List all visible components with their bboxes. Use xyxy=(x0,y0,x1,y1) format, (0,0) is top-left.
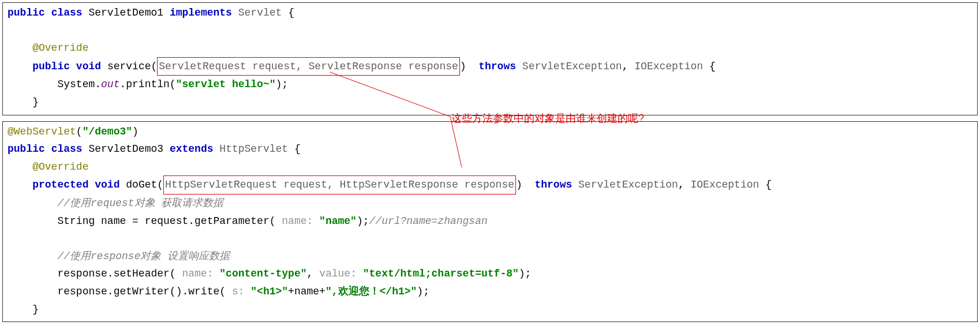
keyword: void xyxy=(76,61,101,72)
method-name: service xyxy=(107,61,151,72)
annotation: @Override xyxy=(32,42,88,54)
keyword: public xyxy=(8,7,45,18)
paren: ( xyxy=(151,61,158,72)
type: ServletException xyxy=(522,61,622,72)
string: "/demo3" xyxy=(83,126,132,137)
code-content-2: @WebServlet("/demo3") public class Servl… xyxy=(8,123,972,319)
keyword: void xyxy=(95,179,119,190)
comment: //使用response对象 设置响应数据 xyxy=(57,251,230,262)
annotation: @WebServlet xyxy=(8,126,76,137)
field: out xyxy=(101,78,119,90)
string: "name" xyxy=(319,215,357,227)
comma: , xyxy=(622,61,635,72)
type: Servlet xyxy=(238,7,282,18)
brace: { xyxy=(759,179,772,190)
comment: //url?name=zhangsan xyxy=(369,215,488,227)
code: +name+ xyxy=(288,286,326,297)
param-hint: value: xyxy=(319,268,363,279)
brace: } xyxy=(32,96,39,108)
code: ); xyxy=(519,268,532,279)
keyword: extends xyxy=(170,143,214,155)
keyword: class xyxy=(51,143,83,155)
type: IOException xyxy=(691,179,760,190)
keyword: implements xyxy=(170,7,232,18)
comment: //使用request对象 获取请求数据 xyxy=(57,197,223,209)
type: HttpServlet xyxy=(219,143,288,155)
code-block-1: public class ServletDemo1 implements Ser… xyxy=(2,2,978,115)
string: "content-type" xyxy=(219,268,306,279)
code: String name = request.getParameter( xyxy=(57,215,275,227)
type: IOException xyxy=(634,61,703,72)
string: "servlet hello~" xyxy=(176,78,276,90)
code-content-1: public class ServletDemo1 implements Ser… xyxy=(8,4,972,111)
method-name: doGet xyxy=(126,179,157,190)
string: "text/html;charset=utf-8" xyxy=(363,268,519,279)
keyword: class xyxy=(51,7,83,18)
params: HttpServletRequest request, HttpServletR… xyxy=(165,179,514,190)
string: ",欢迎您！</h1>" xyxy=(326,286,417,297)
params: ServletRequest request, ServletResponse … xyxy=(159,61,458,72)
param-hint: name: xyxy=(176,268,220,279)
code: , xyxy=(307,268,320,279)
code: System. xyxy=(57,78,101,90)
brace: { xyxy=(288,143,301,155)
paren: ) xyxy=(460,61,466,72)
brace: { xyxy=(703,61,716,72)
keyword: public xyxy=(32,61,70,72)
code: ); xyxy=(417,286,429,297)
code: ); xyxy=(357,215,369,227)
highlighted-params-1: ServletRequest request, ServletResponse … xyxy=(157,57,459,76)
code: ); xyxy=(276,78,289,90)
paren: ( xyxy=(157,179,163,190)
param-hint: s: xyxy=(226,286,250,297)
keyword: throws xyxy=(534,179,572,190)
classname: ServletDemo3 xyxy=(88,143,163,155)
code-block-2: @WebServlet("/demo3") public class Servl… xyxy=(2,121,978,323)
code: response.getWriter().write( xyxy=(57,286,226,297)
param-hint: name: xyxy=(275,215,319,227)
paren: ) xyxy=(132,126,139,137)
keyword: protected xyxy=(32,179,88,190)
code: .println( xyxy=(119,78,175,90)
keyword: throws xyxy=(478,61,516,72)
brace: } xyxy=(32,304,39,315)
highlighted-params-2: HttpServletRequest request, HttpServletR… xyxy=(163,175,516,195)
comma: , xyxy=(678,179,691,190)
string: "<h1>" xyxy=(250,286,288,297)
paren: ( xyxy=(76,126,83,137)
type: ServletException xyxy=(578,179,678,190)
code: response.setHeader( xyxy=(57,268,175,279)
paren: ) xyxy=(516,179,522,190)
keyword: public xyxy=(8,143,45,155)
annotation: @Override xyxy=(32,161,88,173)
brace: { xyxy=(282,7,294,18)
classname: ServletDemo1 xyxy=(88,7,163,18)
